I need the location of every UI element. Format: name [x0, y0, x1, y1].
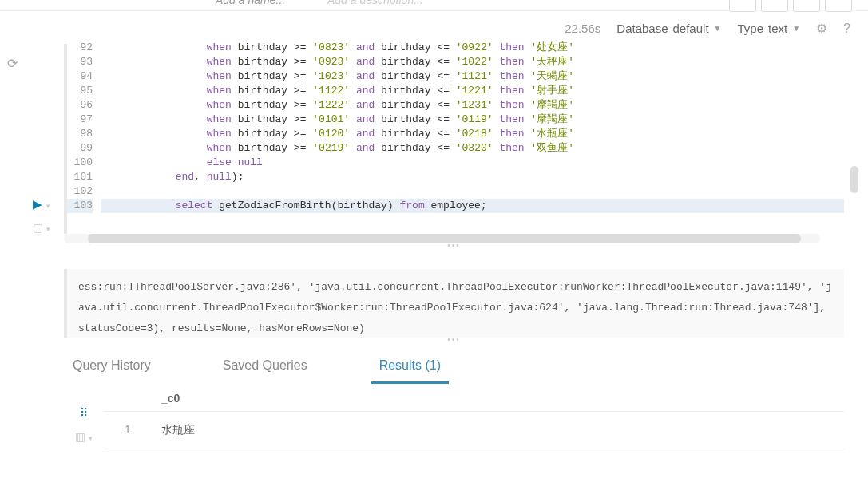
code-line[interactable]: when birthday >= '1023' and birthday <= … — [101, 69, 844, 84]
code-line[interactable]: when birthday >= '0219' and birthday <= … — [101, 141, 844, 156]
code-line[interactable]: select getZodiacFromBirth(birthday) from… — [101, 199, 844, 213]
header-actions — [729, 0, 852, 12]
log-output: ess:run:TThreadPoolServer.java:286', 'ja… — [64, 269, 844, 338]
top-bar: Add a name... Add a description... — [0, 0, 868, 11]
refresh-icon[interactable]: ⟳ — [7, 56, 18, 71]
play-icon[interactable]: ▶ ▾ — [33, 197, 50, 211]
database-selector[interactable]: Database default ▼ — [616, 22, 721, 35]
type-label: Type — [737, 22, 763, 35]
result-tabs: Query History Saved Queries Results (1) — [28, 347, 868, 385]
code-line[interactable]: when birthday >= '1122' and birthday <= … — [101, 84, 844, 98]
type-value: text — [768, 22, 787, 35]
name-input[interactable]: Add a name... — [216, 0, 285, 6]
database-label: Database — [616, 22, 668, 35]
tab-results[interactable]: Results (1) — [379, 358, 441, 373]
header-button-4[interactable] — [825, 0, 852, 12]
code-line[interactable]: when birthday >= '0120' and birthday <= … — [101, 127, 844, 141]
line-number: 97 — [67, 113, 93, 127]
tab-query-history[interactable]: Query History — [73, 358, 151, 373]
chevron-down-icon: ▼ — [714, 24, 722, 33]
line-number: 99 — [67, 141, 93, 156]
elapsed-time: 22.56s — [565, 22, 600, 35]
tab-saved-queries[interactable]: Saved Queries — [223, 358, 307, 373]
left-sidebar: ⟳ — [0, 16, 24, 71]
resize-handle[interactable]: ••• — [64, 338, 844, 347]
gear-icon[interactable]: ⚙ — [816, 21, 827, 36]
line-number: 94 — [67, 69, 93, 84]
code-line[interactable] — [101, 184, 844, 199]
code-line[interactable]: end, null); — [101, 170, 844, 184]
results-table: _c0 1水瓶座 — [104, 385, 844, 449]
code-line[interactable]: when birthday >= '1222' and birthday <= … — [101, 98, 844, 113]
code-line[interactable]: else null — [101, 156, 844, 170]
cell-value: 水瓶座 — [152, 412, 844, 449]
code-line[interactable]: when birthday >= '0823' and birthday <= … — [101, 41, 844, 55]
line-gutter: 9293949596979899100101102103 — [67, 41, 97, 234]
line-number: 101 — [67, 170, 93, 184]
line-number: 92 — [67, 41, 93, 55]
help-icon[interactable]: ? — [843, 22, 850, 36]
col-c0: _c0 — [152, 385, 844, 411]
line-number: 100 — [67, 156, 93, 170]
description-input[interactable]: Add a description... — [327, 0, 423, 6]
database-value: default — [673, 22, 709, 35]
log-text: ess:run:TThreadPoolServer.java:286', 'ja… — [78, 281, 832, 334]
chart-icon[interactable]: ▥ ▾ — [75, 430, 93, 443]
table-header: _c0 — [104, 385, 844, 412]
line-number: 95 — [67, 84, 93, 98]
grid-icon[interactable]: ⠿ — [80, 406, 88, 419]
line-number: 93 — [67, 55, 93, 69]
type-selector[interactable]: Type text ▼ — [737, 22, 800, 35]
table-row[interactable]: 1水瓶座 — [104, 412, 844, 449]
vertical-scrollbar[interactable] — [850, 166, 858, 193]
map-icon[interactable]: ▢ ▾ — [33, 221, 50, 234]
code-line[interactable]: when birthday >= '0923' and birthday <= … — [101, 55, 844, 69]
code-editor[interactable]: ▶ ▾ ▢ ▾ 9293949596979899100101102103 whe… — [64, 44, 844, 234]
header-button-3[interactable] — [793, 0, 820, 12]
results-panel: ⠿ ▥ ▾ _c0 1水瓶座 — [64, 385, 868, 449]
cell-index: 1 — [104, 412, 152, 449]
code-content[interactable]: when birthday >= '0823' and birthday <= … — [97, 41, 844, 234]
results-sidebar: ⠿ ▥ ▾ — [64, 385, 104, 449]
col-index — [104, 385, 152, 411]
chevron-down-icon: ▼ — [792, 24, 800, 33]
editor-toolbar: 22.56s Database default ▼ Type text ▼ ⚙ … — [28, 11, 868, 44]
line-number: 102 — [67, 184, 93, 199]
code-line[interactable]: when birthday >= '0101' and birthday <= … — [101, 113, 844, 127]
header-button-2[interactable] — [761, 0, 788, 12]
resize-handle[interactable]: ••• — [64, 243, 844, 253]
horizontal-scrollbar[interactable] — [64, 234, 820, 243]
header-button-1[interactable] — [729, 0, 756, 12]
line-number: 103 — [67, 199, 93, 213]
line-number: 96 — [67, 98, 93, 113]
line-number: 98 — [67, 127, 93, 141]
